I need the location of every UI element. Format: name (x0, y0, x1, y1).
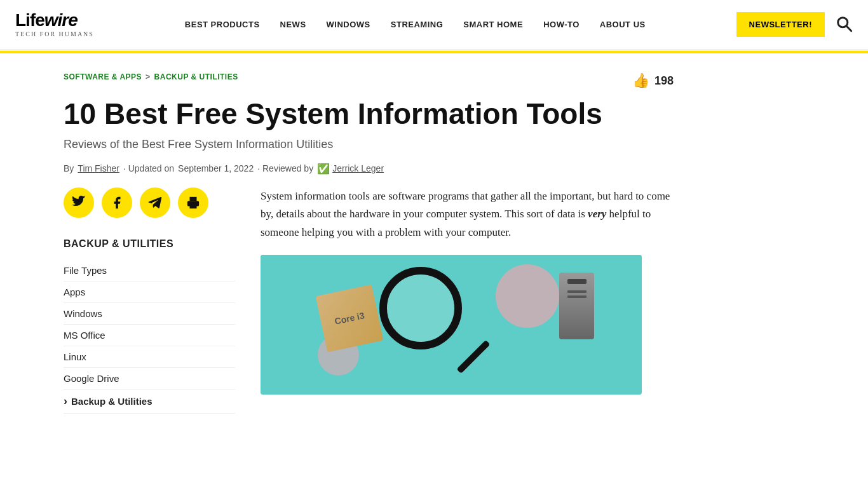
sidebar-item-linux[interactable]: Linux (64, 346, 235, 368)
like-count[interactable]: 👍 198 (632, 72, 674, 89)
author-prefix: By (64, 163, 74, 173)
facebook-share-button[interactable] (102, 187, 132, 218)
reviewed-badge: ✅ Jerrick Leger (317, 163, 384, 175)
breadcrumb-current[interactable]: BACKUP & UTILITIES (154, 72, 238, 81)
twitter-share-button[interactable] (64, 187, 94, 218)
article-meta-row: SOFTWARE & APPS > BACKUP & UTILITIES 👍 1… (64, 72, 674, 92)
author-line: By Tim Fisher · Updated on September 1, … (64, 163, 674, 175)
sidebar-category-title: BACKUP & UTILITIES (64, 238, 235, 250)
logo-text: Lifewire (15, 11, 94, 29)
reviewed-prefix: · Reviewed by (257, 163, 313, 173)
search-button[interactable] (835, 15, 853, 35)
nav-how-to[interactable]: HOW-TO (543, 20, 580, 29)
breadcrumb: SOFTWARE & APPS > BACKUP & UTILITIES (64, 72, 238, 81)
print-button[interactable] (178, 187, 208, 218)
like-number: 198 (654, 74, 674, 88)
updated-prefix: · Updated on (123, 163, 174, 173)
breadcrumb-separator: > (146, 72, 151, 81)
sidebar-nav-list: File Types Apps Windows MS Office Linux … (64, 260, 235, 414)
nav-streaming[interactable]: STREAMING (391, 20, 444, 29)
article-area: SOFTWARE & APPS > BACKUP & UTILITIES 👍 1… (64, 72, 674, 414)
yellow-divider (0, 51, 868, 53)
svg-line-1 (846, 26, 851, 31)
main-nav: BEST PRODUCTS NEWS WINDOWS STREAMING SMA… (185, 20, 646, 29)
sidebar-item-file-types[interactable]: File Types (64, 260, 235, 281)
magnifier-circle (379, 267, 462, 349)
article-subtitle: Reviews of the Best Free System Informat… (64, 138, 674, 151)
body-em: very (588, 208, 606, 220)
nav-smart-home[interactable]: SMART HOME (463, 20, 523, 29)
right-column: System information tools are software pr… (261, 187, 674, 414)
sidebar-item-ms-office[interactable]: MS Office (64, 325, 235, 346)
logo[interactable]: Lifewire TECH FOR HUMANS (15, 11, 94, 37)
svg-rect-2 (190, 203, 197, 208)
author-link[interactable]: Tim Fisher (78, 163, 119, 173)
nav-best-products[interactable]: BEST PRODUCTS (185, 20, 260, 29)
logo-tagline: TECH FOR HUMANS (15, 30, 94, 37)
magnifier-handle (456, 340, 490, 374)
article-title: 10 Best Free System Information Tools (64, 98, 674, 130)
sidebar-item-apps[interactable]: Apps (64, 281, 235, 303)
telegram-share-button[interactable] (140, 187, 170, 218)
nav-windows[interactable]: WINDOWS (327, 20, 370, 29)
breadcrumb-parent[interactable]: SOFTWARE & APPS (64, 72, 142, 81)
newsletter-button[interactable]: NEWSLETTER! (736, 12, 825, 37)
sidebar-item-windows[interactable]: Windows (64, 303, 235, 325)
sidebar-item-google-drive[interactable]: Google Drive (64, 368, 235, 390)
main-content: SOFTWARE & APPS > BACKUP & UTILITIES 👍 1… (0, 72, 868, 414)
article-body: System information tools are software pr… (261, 187, 674, 243)
updated-date: September 1, 2022 (178, 163, 254, 173)
computer-tower (559, 273, 594, 339)
reviewer-link[interactable]: Jerrick Leger (332, 163, 384, 173)
deco-circle-1 (496, 264, 559, 328)
thumbs-up-icon: 👍 (632, 72, 649, 89)
social-icons (64, 187, 235, 218)
content-columns: BACKUP & UTILITIES File Types Apps Windo… (64, 187, 674, 414)
site-header: Lifewire TECH FOR HUMANS BEST PRODUCTS N… (0, 0, 868, 51)
nav-about-us[interactable]: ABOUT US (600, 20, 646, 29)
article-hero-image: Core i3 (261, 255, 642, 395)
illustration: Core i3 (261, 255, 642, 395)
checkmark-icon: ✅ (317, 163, 330, 175)
sidebar-item-backup-utilities[interactable]: Backup & Utilities (64, 390, 235, 414)
left-column: BACKUP & UTILITIES File Types Apps Windo… (64, 187, 235, 414)
cpu-chip: Core i3 (316, 285, 384, 353)
nav-news[interactable]: NEWS (280, 20, 306, 29)
